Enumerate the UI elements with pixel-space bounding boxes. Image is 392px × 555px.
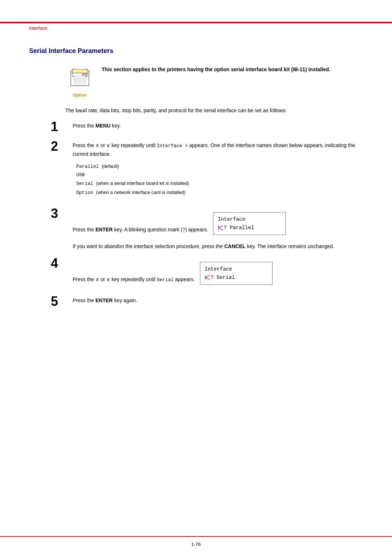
step-4-number: 4	[51, 257, 73, 270]
cancel-note: If you want to abandon the interface sel…	[73, 242, 363, 250]
cursor-icon-step4	[205, 274, 211, 281]
svg-rect-11	[73, 69, 87, 73]
step-2: 2 Press the ∧ or ∨ key repeatedly until …	[51, 141, 363, 200]
option-icon-svg	[67, 66, 93, 91]
svg-line-13	[219, 228, 223, 230]
step-2-number: 2	[51, 140, 73, 153]
code-list-item-parallel: Parallel (default)	[76, 162, 363, 171]
lcd-step4-row1: Interface	[205, 265, 268, 273]
step-5-content: Press the ENTER key again.	[73, 296, 363, 304]
lcd-step4-line1: Interface	[205, 265, 232, 273]
description-text: The baud rate, data bits, stop bits, par…	[65, 106, 363, 114]
lcd-step4-row2: ? Serial	[205, 274, 268, 281]
step-3: 3 Press the ENTER key. A blinking questi…	[51, 208, 363, 250]
intro-text: This section applies to the printers hav…	[102, 66, 330, 73]
lcd-display-step4: Interface ? Serial	[200, 262, 273, 285]
section-title: Serial Interface Parameters	[29, 47, 363, 55]
steps-container: 1 Press the MENU key. 2 Press the ∧ or ∨…	[51, 122, 363, 308]
option-icon-container: Option	[65, 66, 94, 98]
lcd-display-step3: Interface ? Parallel	[213, 212, 286, 235]
step-5-number: 5	[51, 295, 73, 308]
step-3-content: Press the ENTER key. A blinking question…	[73, 208, 363, 250]
lcd-step3-line2-text: ? Parallel	[224, 224, 254, 232]
step-1-content: Press the MENU key.	[73, 122, 363, 130]
step-4-content: Press the ∧ or ∨ key repeatedly until Se…	[73, 258, 363, 288]
page-number: 1-76	[191, 542, 201, 547]
code-list-item-option: Option (when a network interface card is…	[76, 188, 363, 197]
interface-code-list: Parallel (default) USB Serial (when a se…	[76, 162, 363, 197]
step-2-content: Press the ∧ or ∨ key repeatedly until In…	[73, 141, 363, 200]
step-5: 5 Press the ENTER key again.	[51, 296, 363, 308]
svg-line-15	[205, 275, 210, 278]
svg-line-12	[219, 226, 223, 228]
svg-line-16	[205, 278, 210, 280]
breadcrumb: Interface	[29, 25, 48, 31]
svg-point-8	[82, 73, 84, 76]
lcd-step3-line1: Interface	[218, 215, 245, 223]
lcd-step4-line2-text: ? Serial	[211, 274, 235, 281]
top-border-line	[0, 22, 392, 23]
intro-bold-text: This section applies to the printers hav…	[102, 66, 330, 72]
step-1: 1 Press the MENU key.	[51, 122, 363, 133]
bottom-border-line	[0, 536, 392, 537]
intro-block: Option This section applies to the print…	[65, 66, 363, 98]
lcd-step3-row2: ? Parallel	[218, 224, 281, 232]
lcd-step3-row1: Interface	[218, 215, 281, 223]
step-3-number: 3	[51, 207, 73, 220]
svg-point-7	[85, 73, 87, 76]
code-list-item-serial: Serial (when a serial interface board ki…	[76, 179, 363, 188]
code-list-item-usb: USB	[76, 171, 363, 179]
main-content: Serial Interface Parameters	[29, 47, 363, 316]
page: Interface Serial Interface Parameters	[0, 0, 392, 555]
cursor-icon-step3	[218, 224, 224, 231]
step-4: 4 Press the ∧ or ∨ key repeatedly until …	[51, 258, 363, 288]
option-label-text: Option	[65, 93, 94, 98]
step-1-number: 1	[51, 120, 73, 133]
